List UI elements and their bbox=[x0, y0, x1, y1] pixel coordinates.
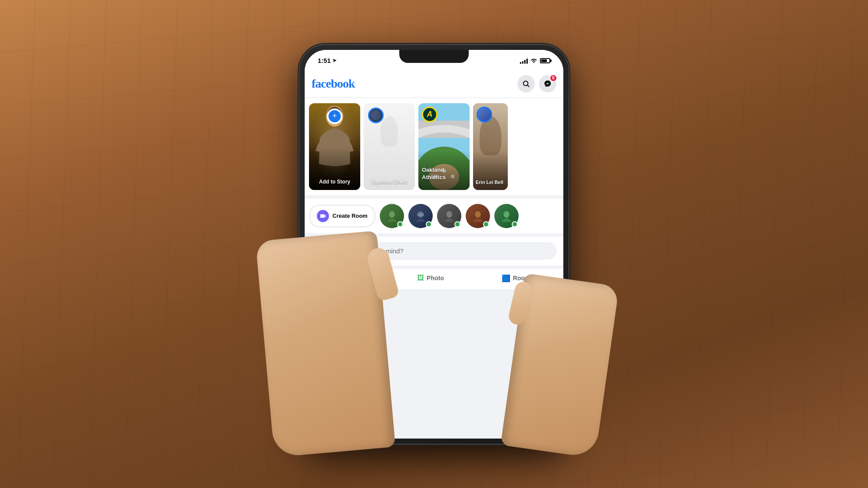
contact-2-avatar-img bbox=[414, 210, 427, 223]
svg-rect-13 bbox=[321, 216, 323, 216]
status-time: 1:51 ➤ bbox=[318, 57, 336, 64]
status-bar: 1:51 ➤ bbox=[305, 50, 563, 72]
svg-point-15 bbox=[418, 211, 424, 217]
create-room-icon bbox=[317, 210, 329, 222]
photo-label: Photo bbox=[427, 275, 444, 282]
contact-3[interactable] bbox=[437, 204, 461, 228]
facebook-header: facebook 6 bbox=[305, 72, 563, 98]
story-spencer-chen[interactable]: Spencer Chen bbox=[364, 103, 415, 190]
contact-2-online-indicator bbox=[426, 221, 432, 227]
messenger-badge: 6 bbox=[549, 74, 557, 82]
hand-left bbox=[256, 230, 396, 457]
search-button[interactable] bbox=[517, 75, 535, 92]
svg-point-20 bbox=[475, 211, 481, 217]
add-story-plus-button[interactable]: + bbox=[327, 108, 342, 124]
spencer-chen-avatar bbox=[368, 108, 384, 123]
stories-section: + Add to Story Spencer bbox=[305, 98, 563, 199]
signal-icon bbox=[520, 58, 528, 64]
story-add-to-story[interactable]: + Add to Story bbox=[309, 103, 360, 190]
contact-1[interactable] bbox=[380, 204, 404, 228]
erin-label: Erin Lei Bell bbox=[476, 179, 506, 185]
contact-1-online-indicator bbox=[397, 221, 403, 227]
location-arrow-icon: ➤ bbox=[332, 58, 336, 63]
messenger-button[interactable]: 6 bbox=[539, 75, 556, 92]
svg-point-19 bbox=[446, 211, 452, 217]
erin-avatar bbox=[477, 107, 492, 122]
contact-4[interactable] bbox=[466, 204, 490, 228]
athletics-logo: A bbox=[422, 107, 437, 122]
contact-1-avatar-img bbox=[385, 210, 398, 223]
contact-3-avatar-img bbox=[443, 210, 456, 223]
spencer-chen-label: Spencer Chen bbox=[364, 179, 415, 186]
contact-5[interactable] bbox=[494, 204, 519, 228]
create-room-button[interactable]: Create Room bbox=[309, 205, 375, 227]
svg-point-14 bbox=[389, 211, 395, 217]
contacts-row: Create Room bbox=[305, 199, 563, 237]
status-icons bbox=[520, 57, 550, 64]
contact-4-avatar-img bbox=[471, 210, 484, 223]
phone-notch bbox=[399, 50, 469, 63]
facebook-logo: facebook bbox=[312, 77, 355, 91]
contact-4-online-indicator bbox=[483, 221, 489, 227]
battery-icon bbox=[540, 58, 550, 63]
photo-icon: 🖼 bbox=[417, 274, 424, 282]
create-room-label: Create Room bbox=[332, 213, 368, 219]
contact-5-online-indicator bbox=[512, 221, 518, 227]
room-icon: 🟦 bbox=[502, 274, 510, 282]
phone-device: 1:51 ➤ bbox=[299, 45, 569, 444]
story-erin-lei-bell[interactable]: Erin Lei Bell bbox=[473, 103, 508, 190]
contact-2[interactable] bbox=[408, 204, 433, 228]
wifi-icon bbox=[530, 57, 537, 64]
photo-button[interactable]: 🖼 Photo bbox=[410, 271, 451, 285]
contact-5-avatar-img bbox=[500, 210, 513, 223]
story-oakland-athletics[interactable]: A OaklandAthletics bbox=[418, 103, 470, 190]
svg-point-21 bbox=[503, 211, 510, 217]
add-to-story-label: Add to Story bbox=[309, 179, 360, 186]
header-icons: 6 bbox=[517, 75, 556, 92]
contact-3-online-indicator bbox=[454, 221, 460, 227]
